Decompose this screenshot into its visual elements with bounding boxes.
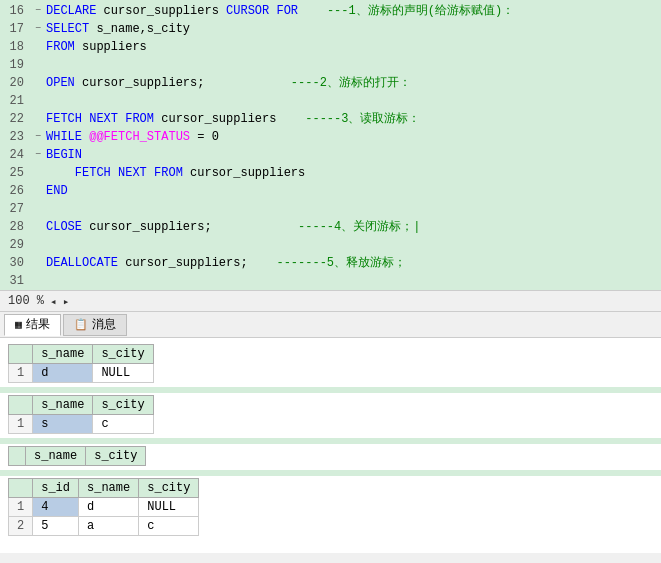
line-num-27: 27 bbox=[0, 200, 30, 218]
col-header-sname-2: s_name bbox=[33, 396, 93, 415]
result-table-3: s_name s_city bbox=[8, 446, 146, 466]
line-num-25: 25 bbox=[0, 164, 30, 182]
line-num-20: 20 bbox=[0, 74, 30, 92]
code-20: OPEN cursor_suppliers; ----2、游标的打开： bbox=[46, 74, 661, 92]
cell-scity[interactable]: NULL bbox=[139, 498, 199, 517]
table-row: 1 s c bbox=[9, 415, 154, 434]
code-30: DEALLOCATE cursor_suppliers; -------5、释放… bbox=[46, 254, 661, 272]
code-line-27: 27 bbox=[0, 200, 661, 218]
col-header-rn-2 bbox=[9, 396, 33, 415]
code-line-31: 31 bbox=[0, 272, 661, 290]
line-num-17: 17 bbox=[0, 20, 30, 38]
line-num-30: 30 bbox=[0, 254, 30, 272]
separator-2 bbox=[0, 438, 661, 444]
cell-sname[interactable]: d bbox=[79, 498, 139, 517]
col-header-scity-4: s_city bbox=[139, 479, 199, 498]
code-line-17: 17 − SELECT s_name,s_city bbox=[0, 20, 661, 38]
code-lines: 16 − DECLARE cursor_suppliers CURSOR FOR… bbox=[0, 0, 661, 290]
bottom-section: ▦ 结果 📋 消息 s_name s_city 1 bbox=[0, 312, 661, 553]
tab-results-label: 结果 bbox=[26, 316, 50, 333]
cell-scity[interactable]: c bbox=[93, 415, 153, 434]
table-row: 1 4 d NULL bbox=[9, 498, 199, 517]
zoom-level: 100 % bbox=[8, 294, 44, 308]
cell-sid[interactable]: 4 bbox=[33, 498, 79, 517]
line-num-31: 31 bbox=[0, 272, 30, 290]
result-table-4: s_id s_name s_city 1 4 d NULL 2 5 bbox=[8, 478, 199, 536]
code-22: FETCH NEXT FROM cursor_suppliers -----3、… bbox=[46, 110, 661, 128]
toggle-24[interactable]: − bbox=[30, 146, 46, 164]
result-table-1: s_name s_city 1 d NULL bbox=[8, 344, 154, 383]
cell-sid[interactable]: 5 bbox=[33, 517, 79, 536]
col-header-scity-1: s_city bbox=[93, 345, 153, 364]
line-num-24: 24 bbox=[0, 146, 30, 164]
code-line-20: 20 OPEN cursor_suppliers; ----2、游标的打开： bbox=[0, 74, 661, 92]
code-line-24: 24 − BEGIN bbox=[0, 146, 661, 164]
line-num-28: 28 bbox=[0, 218, 30, 236]
line-num-16: 16 bbox=[0, 2, 30, 20]
toggle-16[interactable]: − bbox=[30, 2, 46, 20]
tab-results[interactable]: ▦ 结果 bbox=[4, 314, 61, 336]
line-num-18: 18 bbox=[0, 38, 30, 56]
code-line-22: 22 FETCH NEXT FROM cursor_suppliers ----… bbox=[0, 110, 661, 128]
code-line-16: 16 − DECLARE cursor_suppliers CURSOR FOR… bbox=[0, 2, 661, 20]
code-line-19: 19 bbox=[0, 56, 661, 74]
code-line-23: 23 − WHILE @@FETCH_STATUS = 0 bbox=[0, 128, 661, 146]
col-header-rn-3 bbox=[9, 447, 26, 466]
code-28: CLOSE cursor_suppliers; -----4、关闭游标；| bbox=[46, 218, 661, 236]
result-block-1: s_name s_city 1 d NULL bbox=[0, 344, 661, 383]
result-block-4: s_id s_name s_city 1 4 d NULL 2 5 bbox=[0, 478, 661, 536]
tab-messages-label: 消息 bbox=[92, 316, 116, 333]
code-line-29: 29 bbox=[0, 236, 661, 254]
result-block-2: s_name s_city 1 s c bbox=[0, 395, 661, 434]
code-18: FROM suppliers bbox=[46, 38, 661, 56]
results-area: s_name s_city 1 d NULL bbox=[0, 338, 661, 553]
code-26: END bbox=[46, 182, 661, 200]
code-line-26: 26 END bbox=[0, 182, 661, 200]
table-row: 2 5 a c bbox=[9, 517, 199, 536]
col-header-rn-4 bbox=[9, 479, 33, 498]
col-header-sname-1: s_name bbox=[33, 345, 93, 364]
col-header-sname-3: s_name bbox=[26, 447, 86, 466]
code-24: BEGIN bbox=[46, 146, 661, 164]
code-line-25: 25 FETCH NEXT FROM cursor_suppliers bbox=[0, 164, 661, 182]
tab-messages[interactable]: 📋 消息 bbox=[63, 314, 127, 336]
line-num-21: 21 bbox=[0, 92, 30, 110]
toggle-17[interactable]: − bbox=[30, 20, 46, 38]
col-header-rn-1 bbox=[9, 345, 33, 364]
result-table-2: s_name s_city 1 s c bbox=[8, 395, 154, 434]
separator-3 bbox=[0, 470, 661, 476]
cell-sname[interactable]: d bbox=[33, 364, 93, 383]
cell-sname[interactable]: a bbox=[79, 517, 139, 536]
code-17: SELECT s_name,s_city bbox=[46, 20, 661, 38]
cell-scity[interactable]: NULL bbox=[93, 364, 153, 383]
table-row: 1 d NULL bbox=[9, 364, 154, 383]
code-line-30: 30 DEALLOCATE cursor_suppliers; -------5… bbox=[0, 254, 661, 272]
zoom-increase[interactable]: ▸ bbox=[63, 295, 70, 308]
code-line-21: 21 bbox=[0, 92, 661, 110]
line-num-29: 29 bbox=[0, 236, 30, 254]
results-icon: ▦ bbox=[15, 318, 22, 331]
result-block-3: s_name s_city bbox=[0, 446, 661, 466]
col-header-sid-4: s_id bbox=[33, 479, 79, 498]
row-num: 1 bbox=[9, 498, 33, 517]
code-line-28: 28 CLOSE cursor_suppliers; -----4、关闭游标；| bbox=[0, 218, 661, 236]
editor-area: 16 − DECLARE cursor_suppliers CURSOR FOR… bbox=[0, 0, 661, 290]
cell-scity[interactable]: c bbox=[139, 517, 199, 536]
line-num-22: 22 bbox=[0, 110, 30, 128]
tab-bar: ▦ 结果 📋 消息 bbox=[0, 312, 661, 338]
line-num-23: 23 bbox=[0, 128, 30, 146]
line-num-19: 19 bbox=[0, 56, 30, 74]
col-header-sname-4: s_name bbox=[79, 479, 139, 498]
code-23: WHILE @@FETCH_STATUS = 0 bbox=[46, 128, 661, 146]
zoom-bar: 100 % ◂ ▸ bbox=[0, 290, 661, 312]
code-16: DECLARE cursor_suppliers CURSOR FOR ---1… bbox=[46, 2, 661, 20]
code-25: FETCH NEXT FROM cursor_suppliers bbox=[46, 164, 661, 182]
code-line-18: 18 FROM suppliers bbox=[0, 38, 661, 56]
toggle-23[interactable]: − bbox=[30, 128, 46, 146]
zoom-decrease[interactable]: ◂ bbox=[50, 295, 57, 308]
line-num-26: 26 bbox=[0, 182, 30, 200]
separator-1 bbox=[0, 387, 661, 393]
messages-icon: 📋 bbox=[74, 318, 88, 331]
col-header-scity-3: s_city bbox=[86, 447, 146, 466]
cell-sname[interactable]: s bbox=[33, 415, 93, 434]
